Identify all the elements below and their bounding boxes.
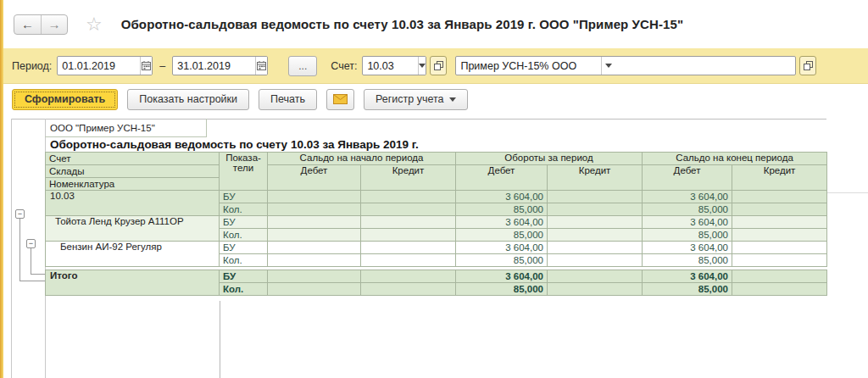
report-org-row: ООО "Пример УСН-15" xyxy=(45,119,826,137)
account-cell[interactable]: 10.03 xyxy=(46,191,220,216)
value-cell xyxy=(548,242,643,254)
indicator-cell: БУ xyxy=(220,191,268,203)
open-window-icon xyxy=(804,61,813,70)
value-cell xyxy=(268,283,361,296)
back-arrow-icon: ← xyxy=(21,17,34,31)
value-cell xyxy=(732,191,827,203)
send-email-button[interactable] xyxy=(326,89,354,110)
print-button[interactable]: Печать xyxy=(259,89,317,110)
value-cell: 3 604,00 xyxy=(643,242,732,254)
value-cell xyxy=(268,203,361,216)
indicator-cell: БУ xyxy=(220,216,268,229)
report-table: Счет Показа-тели Сальдо на начало период… xyxy=(45,152,827,296)
header-indicators: Показа-тели xyxy=(220,153,268,191)
calendar-icon xyxy=(256,60,267,71)
period-range-dash: – xyxy=(159,60,165,72)
table-row: 10.03 БУ 3 604,00 3 604,00 xyxy=(46,191,827,203)
organization-dropdown-button[interactable] xyxy=(601,57,615,75)
indicator-cell: Кол. xyxy=(220,203,268,216)
value-cell: 3 604,00 xyxy=(643,270,732,283)
table-row: Тойота Ленд Крузер А111ОР БУ 3 604,00 3 … xyxy=(46,216,827,229)
header-debit: Дебет xyxy=(268,165,361,191)
value-cell xyxy=(268,191,361,203)
account-label: Счет: xyxy=(331,60,357,72)
value-cell: 85,000 xyxy=(643,254,732,267)
favorite-star-icon[interactable]: ☆ xyxy=(86,15,103,34)
period-options-button[interactable]: ... xyxy=(288,56,317,76)
filter-bar: Период: – ... Счет: xyxy=(3,48,868,84)
organization-open-button[interactable] xyxy=(799,56,816,75)
account-input[interactable] xyxy=(363,57,418,75)
organization-field xyxy=(455,56,796,75)
value-cell: 85,000 xyxy=(456,229,548,242)
value-cell xyxy=(361,283,456,296)
header-warehouses: Склады xyxy=(46,165,220,178)
period-from-calendar-button[interactable] xyxy=(140,57,152,75)
value-cell xyxy=(732,254,827,267)
organization-input[interactable] xyxy=(456,57,601,75)
indicator-cell: БУ xyxy=(220,242,268,254)
total-row: Итого БУ 3 604,00 3 604,00 xyxy=(46,270,827,283)
group-tree-line xyxy=(31,274,45,275)
header-debit: Дебет xyxy=(456,165,548,191)
value-cell xyxy=(548,270,643,283)
table-row: Бензин АИ-92 Регуляр БУ 3 604,00 3 604,0… xyxy=(46,242,827,254)
collapse-group-button[interactable]: − xyxy=(15,209,25,219)
period-to-field xyxy=(172,56,268,75)
value-cell: 3 604,00 xyxy=(456,242,548,254)
value-cell xyxy=(732,229,827,242)
header-credit: Кредит xyxy=(732,165,827,191)
header-opening-balance: Сальдо на начало периода xyxy=(268,153,456,165)
header-closing-balance: Сальдо на конец периода xyxy=(643,153,827,165)
totals-table: Итого БУ 3 604,00 3 604,00 Кол. 85,000 8… xyxy=(45,270,827,296)
value-cell xyxy=(548,229,643,242)
value-cell xyxy=(361,270,456,283)
indicator-cell: Кол. xyxy=(220,283,268,296)
value-cell xyxy=(361,191,456,203)
value-cell xyxy=(732,203,827,216)
value-cell xyxy=(268,242,361,254)
value-cell: 3 604,00 xyxy=(643,191,732,203)
header-debit: Дебет xyxy=(643,165,732,191)
value-cell xyxy=(732,270,827,283)
window-header: ← → ☆ Оборотно-сальдовая ведомость по сч… xyxy=(3,0,868,48)
value-cell: 85,000 xyxy=(456,203,548,216)
value-cell xyxy=(361,242,456,254)
account-open-button[interactable] xyxy=(430,56,447,75)
forward-arrow-icon: → xyxy=(48,17,61,31)
value-cell: 85,000 xyxy=(643,203,732,216)
org-name-cell: ООО "Пример УСН-15" xyxy=(45,119,207,137)
generate-button[interactable]: Сформировать xyxy=(12,89,118,110)
period-from-input[interactable] xyxy=(58,57,140,75)
period-to-calendar-button[interactable] xyxy=(255,57,267,75)
accounting-register-button[interactable]: Регистр учета xyxy=(364,89,468,110)
total-label-cell: Итого xyxy=(46,270,220,296)
value-cell: 3 604,00 xyxy=(456,270,548,283)
value-cell: 85,000 xyxy=(456,254,548,267)
collapse-group-button[interactable]: − xyxy=(26,239,36,248)
value-cell xyxy=(732,216,827,229)
value-cell xyxy=(548,283,643,296)
forward-button[interactable]: → xyxy=(41,15,67,34)
back-button[interactable]: ← xyxy=(14,15,41,34)
nomenclature-cell[interactable]: Бензин АИ-92 Регуляр xyxy=(46,242,220,267)
page-title: Оборотно-сальдовая ведомость по счету 10… xyxy=(121,17,683,31)
register-label: Регистр учета xyxy=(376,93,444,105)
header-nomenclature: Номенклатура xyxy=(46,178,220,191)
value-cell: 85,000 xyxy=(643,283,732,296)
value-cell: 3 604,00 xyxy=(456,191,548,203)
group-tree-line xyxy=(31,248,31,274)
show-settings-button[interactable]: Показать настройки xyxy=(127,89,249,110)
period-to-input[interactable] xyxy=(173,57,255,75)
value-cell xyxy=(268,254,361,267)
balance-table: Счет Показа-тели Сальдо на начало период… xyxy=(45,152,827,267)
indicator-cell: Кол. xyxy=(220,254,268,267)
value-cell: 3 604,00 xyxy=(643,216,732,229)
period-label: Период: xyxy=(12,60,52,72)
header-credit: Кредит xyxy=(548,165,643,191)
warehouse-cell[interactable]: Тойота Ленд Крузер А111ОР xyxy=(46,216,220,242)
account-dropdown-button[interactable] xyxy=(418,57,426,75)
group-tree-line xyxy=(19,281,45,281)
report-title-cell: Оборотно-сальдовая ведомость по счету 10… xyxy=(45,137,826,152)
value-cell xyxy=(361,216,456,229)
